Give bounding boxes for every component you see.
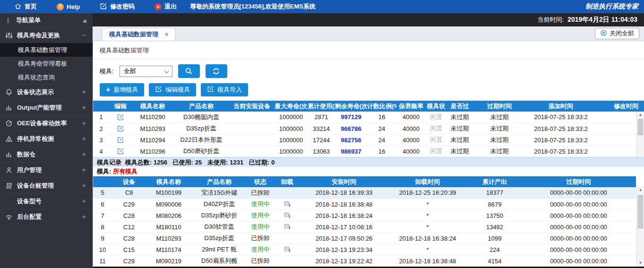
cell-used-count: 33214 bbox=[308, 123, 335, 134]
install-table-row[interactable]: 10C15M11017429ml PET 瓶使用中2018-12-13 19:2… bbox=[93, 244, 636, 255]
help-menu-item[interactable]: ? Help bbox=[48, 0, 88, 13]
cell-status: 使用中 bbox=[247, 210, 274, 221]
cell-remaining-life: 966786 bbox=[335, 123, 367, 134]
scroll-down-icon[interactable]: ▼ bbox=[637, 260, 644, 267]
install-table-row[interactable]: 8C12M180110D30软管盖使用中2018-12-17 10:08:16*… bbox=[93, 221, 636, 233]
scrollbar-thumb[interactable] bbox=[638, 195, 643, 228]
mold-scope-line: 模具: 所有模具 bbox=[93, 167, 644, 176]
sidebar-item-user-mgmt[interactable]: 用户管理+ bbox=[0, 163, 93, 178]
cell-mold-status: 闲置 bbox=[426, 134, 447, 146]
close-all-tabs-button[interactable]: 关闭全部 bbox=[595, 28, 639, 39]
install-table-row[interactable]: 11C29M090219D50扁系列椭已拆卸2018-12-13 19:22:4… bbox=[93, 255, 636, 267]
edit-mold-icon[interactable] bbox=[117, 125, 124, 132]
mold-table-row[interactable]: 2M110293D35zp折盖1000000332149667862440000… bbox=[93, 123, 644, 134]
mold-table-scrollbar[interactable]: ▲ bbox=[636, 112, 644, 157]
search-button[interactable] bbox=[178, 64, 200, 78]
expand-icon[interactable]: + bbox=[82, 135, 86, 143]
install-table-row[interactable]: 6C29M090006D40ZP折盖使用中2018-12-18 16:38:48… bbox=[93, 199, 636, 210]
sidebar-item-device-status[interactable]: 设备状态展示+ bbox=[0, 85, 93, 100]
edit-icon bbox=[100, 2, 107, 11]
mold-table-row[interactable]: 4M110296D50磨砂折盖1000000130639869371640000… bbox=[93, 146, 644, 157]
mold-filter-value: 全部 bbox=[124, 67, 136, 76]
sidebar-subitem[interactable]: 模具状态查询 bbox=[0, 70, 93, 84]
mold-table-row[interactable]: 3M110294D22日本外形盖100000017244982756244000… bbox=[93, 134, 644, 146]
install-table-scrollbar[interactable]: ▲ ▼ bbox=[636, 187, 644, 267]
edit-mold-icon[interactable] bbox=[117, 113, 124, 121]
scrollbar-thumb[interactable] bbox=[638, 119, 643, 135]
sidebar-item-output[interactable]: Output产能管理+ bbox=[0, 100, 93, 115]
tab-mold-basic-data[interactable]: 模具基础数据管理 × bbox=[102, 28, 175, 41]
add-mold-button[interactable]: + 新增模具 bbox=[100, 83, 144, 96]
unload-mold-icon[interactable] bbox=[283, 246, 292, 253]
cell-maintenance-frequency: 40000 bbox=[396, 134, 426, 146]
expand-icon[interactable]: + bbox=[82, 182, 86, 190]
expand-icon[interactable]: + bbox=[82, 166, 86, 174]
expand-icon[interactable]: + bbox=[82, 88, 86, 96]
cell-edit-mold-icon bbox=[109, 112, 132, 123]
install-table-row[interactable]: 9C28M110293D35zp折盖已拆卸2018-12-17 09:50:26… bbox=[93, 233, 636, 244]
column-header: 计数比例(% bbox=[367, 101, 396, 112]
refresh-button[interactable] bbox=[206, 64, 227, 78]
edit-square-icon bbox=[155, 86, 162, 94]
sidebar-item-data-warehouse[interactable]: 数据仓+ bbox=[0, 147, 93, 162]
column-header: 添加时间 bbox=[526, 101, 596, 112]
sidebar-item-oee[interactable]: OEE设备稼动效率+ bbox=[0, 116, 93, 131]
collapse-group-icon[interactable]: − bbox=[82, 31, 86, 40]
sidebar-header: ⋮ 导航菜单 « bbox=[0, 13, 93, 27]
tab-close-icon[interactable]: × bbox=[165, 31, 168, 38]
mold-table-row[interactable]: 1M110290D30椭圆内盖100000028719971291640000闲… bbox=[93, 112, 644, 123]
cell-install-time: 2018-12-17 10:08:16 bbox=[301, 221, 387, 233]
edit-mold-button[interactable]: 编辑模具 bbox=[149, 83, 196, 96]
cell-installed-device bbox=[229, 146, 275, 157]
unload-mold-icon[interactable] bbox=[283, 223, 292, 231]
install-table-row[interactable]: 7C28M080206D35zp磨砂折使用中2018-12-18 16:38:2… bbox=[93, 210, 636, 221]
edit-mold-icon[interactable] bbox=[117, 147, 124, 155]
collapse-sidebar-icon[interactable]: « bbox=[83, 17, 87, 25]
sidebar-item-mold-life[interactable]: 模具寿命及更换− bbox=[0, 28, 93, 43]
scroll-up-icon[interactable]: ▲ bbox=[637, 112, 644, 118]
cell-product-name: D30软管盖 bbox=[191, 221, 247, 233]
cell-unload-time: * bbox=[387, 199, 468, 210]
sidebar-item-label: Output产能管理 bbox=[17, 104, 62, 112]
expand-icon[interactable]: + bbox=[82, 197, 86, 206]
mold-filter-select[interactable]: 全部 bbox=[120, 66, 172, 77]
sidebar-item-ledger[interactable]: 设备台账管理+ bbox=[0, 178, 93, 193]
search-icon bbox=[185, 67, 193, 75]
cell-install-time: 2018-12-13 19:22:42 bbox=[301, 255, 387, 267]
logout-menu-item[interactable]: ✕ 退出 bbox=[146, 0, 185, 13]
sidebar-item-label: 设备型号 bbox=[17, 197, 42, 206]
home-menu-item[interactable]: 首页 bbox=[6, 0, 45, 13]
unload-mold-icon[interactable] bbox=[283, 212, 292, 219]
sidebar-item-device-model[interactable]: 设备型号+ bbox=[0, 194, 93, 209]
scroll-up-icon[interactable]: ▲ bbox=[637, 187, 644, 193]
unload-mold-icon[interactable] bbox=[283, 200, 292, 208]
expand-icon[interactable]: + bbox=[82, 104, 86, 112]
cell-max-life: 1000000 bbox=[275, 123, 308, 134]
sidebar-item-backend-config[interactable]: 后台配置+ bbox=[0, 209, 93, 225]
cell-mold-number: M110293 bbox=[146, 233, 191, 244]
expand-icon[interactable]: + bbox=[82, 213, 86, 221]
sidebar-group-output: Output产能管理+ bbox=[0, 100, 93, 115]
cell-total-output: 13750 bbox=[468, 210, 521, 221]
close-all-label: 关闭全部 bbox=[610, 29, 634, 38]
sidebar-subitem[interactable]: 模具基础数据管理 bbox=[0, 43, 93, 57]
cell-status: 已拆卸 bbox=[247, 187, 274, 199]
sliders-icon bbox=[5, 32, 13, 39]
cell-mold-number: M180110 bbox=[146, 221, 191, 233]
cell-unload bbox=[274, 255, 301, 267]
cell-maintenance-frequency: 40000 bbox=[396, 123, 426, 134]
change-password-menu-item[interactable]: 修改密码 bbox=[91, 0, 143, 13]
edit-mold-icon[interactable] bbox=[117, 136, 124, 144]
install-table-row[interactable]: 5C9M100199宝洁15G外罐已拆卸2018-12-18 16:39:332… bbox=[93, 187, 636, 199]
column-header: 累计产出 bbox=[468, 176, 521, 187]
cell-added-time: 2018-07-25 18:33:2 bbox=[526, 134, 596, 146]
cell-expire-time: 0000-00-00 00:00:00 bbox=[521, 244, 636, 255]
expand-icon[interactable]: + bbox=[82, 150, 86, 159]
sidebar-subitem[interactable]: 模具寿命管理看板 bbox=[0, 57, 93, 70]
expand-icon[interactable]: + bbox=[82, 119, 86, 128]
sidebar-item-downtime[interactable]: 停机异常检测+ bbox=[0, 131, 93, 147]
help-icon: ? bbox=[57, 3, 64, 10]
import-mold-button[interactable]: 模具导入 bbox=[201, 83, 248, 96]
cell-mold-number: M110296 bbox=[132, 146, 173, 157]
cell-count-ratio: 16 bbox=[367, 146, 396, 157]
